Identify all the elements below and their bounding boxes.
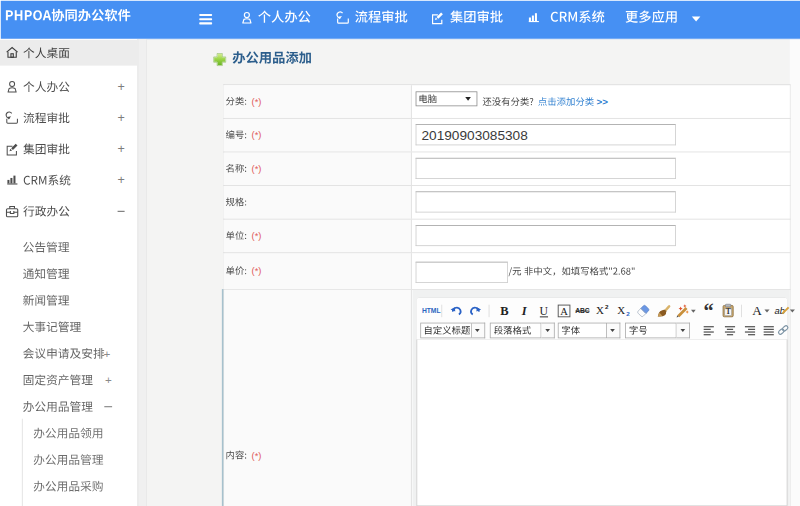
svg-text:I: I [521, 304, 528, 318]
svg-text:(*): (*) [252, 97, 262, 107]
svg-text:HTML: HTML [422, 307, 441, 314]
svg-text:(*): (*) [252, 164, 262, 174]
svg-text:2: 2 [626, 310, 630, 317]
svg-text:+: + [118, 80, 125, 94]
svg-text:20190903085308: 20190903085308 [421, 128, 527, 143]
svg-text:X: X [617, 304, 625, 316]
svg-text:(*): (*) [252, 266, 262, 276]
svg-text:X: X [596, 304, 604, 316]
svg-text:A: A [752, 303, 762, 318]
svg-text:+: + [118, 142, 125, 156]
svg-text:B: B [500, 304, 508, 318]
svg-text:+: + [118, 173, 125, 187]
svg-text:(*): (*) [252, 231, 262, 241]
svg-text:“: “ [704, 300, 714, 322]
svg-text:+: + [118, 111, 125, 125]
svg-text:2: 2 [605, 303, 609, 310]
svg-text:T: T [726, 307, 731, 316]
svg-text:+: + [104, 347, 111, 360]
svg-text:U: U [540, 305, 549, 318]
svg-text:+: + [105, 373, 112, 386]
svg-text:>>: >> [596, 96, 608, 107]
svg-text:A: A [560, 306, 568, 317]
svg-text:(*): (*) [252, 130, 262, 140]
svg-text:(*): (*) [252, 451, 262, 461]
svg-text:ab: ab [774, 306, 784, 316]
